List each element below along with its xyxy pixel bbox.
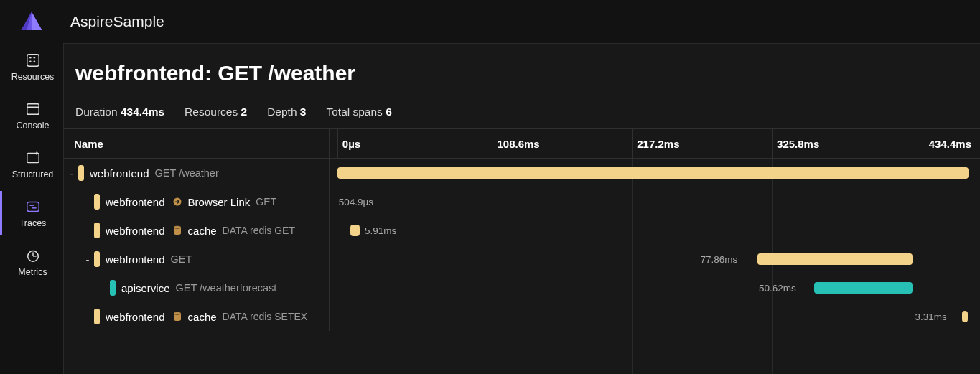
span-color-pill-icon xyxy=(94,251,100,267)
page-title: webfrontend: GET /weather xyxy=(64,61,980,106)
span-color-pill-icon xyxy=(94,309,100,324)
span-name-cell: webfrontendcacheDATA redis GET xyxy=(64,216,330,245)
content: webfrontend: GET /weather Duration 434.4… xyxy=(63,43,980,374)
sidebar: Resources Console Structured xyxy=(0,0,63,374)
span-subdetail: DATA redis GET xyxy=(223,225,295,236)
nav-label: Console xyxy=(17,121,50,131)
span-service: webfrontend xyxy=(106,253,165,266)
span-service: webfrontend xyxy=(106,311,165,323)
span-duration-label: 77.86ms xyxy=(700,253,737,265)
timeline-tick: 434.4ms xyxy=(925,129,971,158)
collapse-toggle-icon[interactable]: - xyxy=(84,253,91,266)
summary-resources: Resources 2 xyxy=(185,106,247,118)
trace-summary: Duration 434.4ms Resources 2 Depth 3 Tot… xyxy=(64,106,980,128)
svg-rect-0 xyxy=(27,55,39,67)
timeline-tick: 0µs xyxy=(337,129,360,158)
outgoing-arrow-icon xyxy=(171,195,184,208)
svg-rect-7 xyxy=(27,154,39,163)
span-detail: GET /weather xyxy=(155,167,219,179)
table-row[interactable]: apiserviceGET /weatherforecast50.62ms xyxy=(64,274,980,302)
table-row[interactable]: webfrontendBrowser LinkGET504.9µs xyxy=(64,187,980,216)
span-badge-text: cache xyxy=(188,311,217,323)
span-timeline-cell: 5.91ms xyxy=(330,216,980,245)
summary-spans: Total spans 6 xyxy=(326,106,391,118)
span-detail: GET xyxy=(171,253,192,265)
trace-table: Name 0µs 108.6ms 217.2ms 325.8ms 434.4ms… xyxy=(64,128,980,374)
table-row[interactable]: -webfrontendGET /weather xyxy=(64,159,980,187)
database-icon xyxy=(171,310,184,323)
table-body: -webfrontendGET /weatherwebfrontendBrows… xyxy=(64,159,980,374)
svg-point-4 xyxy=(33,61,35,63)
span-bar[interactable] xyxy=(962,311,968,322)
span-duration-label: 50.62ms xyxy=(759,282,796,294)
nav-label: Structured xyxy=(12,169,54,179)
span-bar[interactable] xyxy=(814,282,913,294)
span-bar[interactable] xyxy=(757,253,913,265)
app-title: AspireSample xyxy=(70,13,164,30)
metrics-icon xyxy=(24,247,42,264)
span-timeline-cell xyxy=(330,159,980,187)
table-header: Name 0µs 108.6ms 217.2ms 325.8ms 434.4ms xyxy=(64,128,980,159)
span-timeline-cell: 77.86ms xyxy=(330,245,980,274)
span-color-pill-icon xyxy=(110,280,116,296)
span-name-cell: webfrontendBrowser LinkGET xyxy=(64,187,330,216)
console-icon xyxy=(24,100,42,118)
span-color-pill-icon xyxy=(94,194,100,210)
collapse-toggle-icon[interactable]: - xyxy=(68,167,75,179)
nav-traces[interactable]: Traces xyxy=(0,191,63,235)
span-bar[interactable] xyxy=(350,225,360,236)
timeline-tick: 217.2ms xyxy=(632,129,679,158)
nav-label: Traces xyxy=(19,218,47,228)
span-timeline-cell: 50.62ms xyxy=(330,274,980,302)
span-color-pill-icon xyxy=(94,223,100,238)
span-name-cell: apiserviceGET /weatherforecast xyxy=(64,274,330,302)
span-color-pill-icon xyxy=(78,165,84,181)
span-bar[interactable] xyxy=(337,167,969,179)
timeline-header: 0µs 108.6ms 217.2ms 325.8ms 434.4ms xyxy=(330,129,980,158)
name-column-header: Name xyxy=(64,129,330,158)
timeline-tick: 325.8ms xyxy=(772,129,819,158)
span-badge-text: cache xyxy=(188,225,217,237)
span-name-cell: -webfrontendGET xyxy=(64,245,330,274)
span-detail: GET /weatherforecast xyxy=(176,282,277,294)
topbar: AspireSample xyxy=(63,0,980,43)
span-badge-text: Browser Link xyxy=(188,196,251,208)
span-name-cell: webfrontendcacheDATA redis SETEX xyxy=(64,302,330,331)
svg-point-3 xyxy=(29,61,32,63)
span-subdetail: GET xyxy=(256,196,276,207)
span-timeline-cell: 504.9µs xyxy=(330,187,980,216)
span-duration-label: 5.91ms xyxy=(365,225,396,236)
span-name-cell: -webfrontendGET /weather xyxy=(64,159,330,187)
nav-resources[interactable]: Resources xyxy=(0,45,63,89)
span-service: webfrontend xyxy=(106,225,165,237)
summary-depth: Depth 3 xyxy=(267,106,306,118)
app-logo-icon xyxy=(19,10,44,34)
span-service: webfrontend xyxy=(106,196,165,208)
nav-label: Metrics xyxy=(18,267,47,277)
svg-rect-5 xyxy=(27,104,39,115)
span-duration-label: 504.9µs xyxy=(339,196,373,207)
span-subdetail: DATA redis SETEX xyxy=(223,311,308,322)
span-duration-label: 3.31ms xyxy=(915,311,946,322)
svg-point-2 xyxy=(33,57,35,59)
structured-icon xyxy=(24,149,42,167)
table-row[interactable]: webfrontendcacheDATA redis SETEX3.31ms xyxy=(64,302,980,331)
resources-icon xyxy=(24,52,42,69)
svg-rect-8 xyxy=(27,202,39,212)
nav-metrics[interactable]: Metrics xyxy=(0,240,63,284)
traces-icon xyxy=(24,198,42,215)
span-service: apiservice xyxy=(121,282,170,294)
main: AspireSample webfrontend: GET /weather D… xyxy=(63,0,980,374)
span-service: webfrontend xyxy=(90,167,149,179)
nav-label: Resources xyxy=(11,72,55,82)
summary-duration: Duration 434.4ms xyxy=(75,106,164,118)
database-icon xyxy=(171,224,184,237)
span-timeline-cell: 3.31ms xyxy=(330,302,980,331)
table-row[interactable]: webfrontendcacheDATA redis GET5.91ms xyxy=(64,216,980,245)
svg-point-1 xyxy=(29,57,32,59)
table-row[interactable]: -webfrontendGET77.86ms xyxy=(64,245,980,274)
nav-console[interactable]: Console xyxy=(0,93,63,138)
timeline-tick: 108.6ms xyxy=(493,129,540,158)
nav-structured[interactable]: Structured xyxy=(0,142,63,187)
